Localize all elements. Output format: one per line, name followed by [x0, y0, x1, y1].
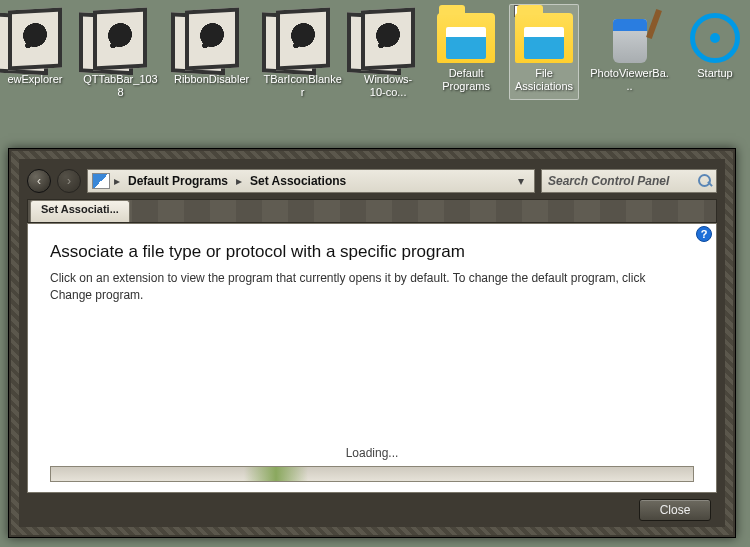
close-button-label: Close	[660, 503, 691, 517]
desktop-item-8[interactable]: Startup	[680, 4, 750, 87]
startup-app-icon	[690, 13, 740, 63]
desktop-item-3[interactable]: TBarIconBlanker	[260, 4, 345, 106]
control-panel-icon	[92, 173, 110, 189]
desktop-icon-area: ewExplorerQTTabBar_1038RibbonDisablerTBa…	[0, 0, 750, 124]
desktop-item-7[interactable]: PhotoViewerBa...	[587, 4, 672, 100]
desktop-item-6[interactable]: ✓File Assiciations	[509, 4, 579, 100]
desktop-item-2[interactable]: RibbonDisabler	[171, 4, 252, 93]
desktop-item-label: TBarIconBlanker	[263, 73, 342, 99]
desktop-item-label: ewExplorer	[3, 73, 67, 86]
tab-strip: Set Associati... ?	[27, 199, 717, 223]
content-pane: Associate a file type or protocol with a…	[27, 223, 717, 493]
nav-forward-button[interactable]: ›	[57, 169, 81, 193]
desktop-item-0[interactable]: ewExplorer	[0, 4, 70, 93]
desktop-item-1[interactable]: QTTabBar_1038	[78, 4, 163, 106]
desktop-item-label: PhotoViewerBa...	[590, 67, 669, 93]
breadcrumb-segment[interactable]: Default Programs	[120, 174, 236, 188]
control-panel-window: ‹ › ▸ Default Programs ▸ Set Association…	[8, 148, 736, 538]
picture-folder-icon	[93, 8, 147, 71]
desktop-item-4[interactable]: Windows-10-co...	[353, 4, 423, 106]
progress-bar	[50, 466, 694, 482]
picture-folder-icon	[8, 8, 62, 71]
desktop-item-label: Windows-10-co...	[356, 73, 420, 99]
folder-icon	[515, 13, 573, 63]
nav-back-button[interactable]: ‹	[27, 169, 51, 193]
close-button[interactable]: Close	[639, 499, 711, 521]
help-icon[interactable]: ?	[696, 226, 712, 242]
search-input[interactable]: Search Control Panel	[541, 169, 717, 193]
desktop-item-label: RibbonDisabler	[174, 73, 249, 86]
page-heading: Associate a file type or protocol with a…	[50, 242, 694, 262]
address-breadcrumb[interactable]: ▸ Default Programs ▸ Set Associations ▾	[87, 169, 535, 193]
search-icon	[698, 174, 712, 188]
loading-label: Loading...	[346, 446, 399, 460]
breadcrumb-segment[interactable]: Set Associations	[242, 174, 354, 188]
picture-folder-icon	[276, 8, 330, 71]
loading-area: Loading...	[50, 446, 694, 482]
picture-folder-icon	[361, 8, 415, 71]
desktop-item-label: Startup	[683, 67, 747, 80]
breadcrumb-dropdown-icon[interactable]: ▾	[512, 174, 530, 188]
page-description: Click on an extension to view the progra…	[50, 270, 690, 304]
desktop-item-label: File Assiciations	[512, 67, 576, 93]
search-placeholder: Search Control Panel	[548, 174, 669, 188]
tab-label: Set Associati...	[41, 203, 119, 215]
paint-bucket-icon	[607, 13, 653, 63]
navigation-bar: ‹ › ▸ Default Programs ▸ Set Association…	[27, 167, 717, 195]
tab-set-associations[interactable]: Set Associati...	[30, 200, 130, 222]
folder-icon	[437, 13, 495, 63]
desktop-item-label: Default Programs	[434, 67, 498, 93]
desktop-item-5[interactable]: Default Programs	[431, 4, 501, 100]
window-footer: Close	[27, 493, 717, 527]
desktop-item-label: QTTabBar_1038	[81, 73, 160, 99]
picture-folder-icon	[185, 8, 239, 71]
